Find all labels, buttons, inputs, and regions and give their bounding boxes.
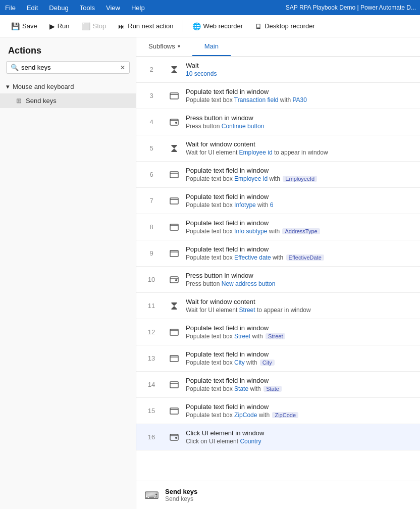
- row-desc: Populate text box Transaction field with…: [186, 96, 416, 104]
- sidebar: Actions 🔍 ✕ ▾ Mouse and keyboard ⊞ Send …: [0, 37, 136, 509]
- svg-rect-13: [172, 145, 177, 146]
- menu-tools[interactable]: Tools: [79, 2, 96, 14]
- window-icon: [167, 92, 182, 99]
- toolbar-sep-1: [183, 20, 183, 32]
- row-number: 3: [136, 92, 167, 99]
- row-content: Populate text field in windowPopulate te…: [182, 218, 420, 236]
- tab-subflows[interactable]: Subflows ▾: [136, 37, 192, 56]
- run-icon: ▶: [49, 22, 55, 30]
- send-keys-panel-icon: ⌨: [144, 489, 159, 501]
- tab-main[interactable]: Main: [192, 37, 231, 56]
- row-content: Wait 10 seconds: [182, 61, 420, 78]
- svg-rect-27: [170, 250, 178, 257]
- menu-debug[interactable]: Debug: [48, 2, 69, 14]
- stop-button[interactable]: ⬜ Stop: [77, 20, 112, 33]
- window-icon: [167, 250, 182, 257]
- save-icon: 💾: [11, 22, 20, 30]
- row-desc: Populate text box Street with Street: [186, 333, 416, 340]
- svg-marker-16: [172, 148, 177, 151]
- table-row[interactable]: 12Populate text field in windowPopulate …: [136, 319, 420, 345]
- row-number: 6: [136, 171, 167, 178]
- hourglass-icon: [167, 65, 182, 74]
- table-row[interactable]: 7Populate text field in windowPopulate t…: [136, 188, 420, 214]
- sidebar-item-send-keys[interactable]: ⊞ Send keys: [0, 93, 136, 108]
- category-mouse-keyboard[interactable]: ▾ Mouse and keyboard: [0, 80, 136, 93]
- row-desc: Press button Continue button: [186, 123, 416, 130]
- row-title: Populate text field in window: [186, 377, 416, 384]
- table-row[interactable]: 8Populate text field in windowPopulate t…: [136, 214, 420, 240]
- tabs-bar: Subflows ▾ Main: [136, 37, 420, 57]
- save-button[interactable]: 💾 Save: [6, 20, 42, 33]
- stop-icon: ⬜: [82, 22, 90, 30]
- row-title: Populate text field in window: [186, 350, 416, 358]
- row-desc: 10 seconds: [186, 70, 416, 77]
- svg-rect-14: [172, 151, 177, 152]
- table-row[interactable]: 6Populate text field in windowPopulate t…: [136, 162, 420, 188]
- svg-rect-25: [170, 224, 178, 230]
- table-row[interactable]: 5Wait for window contentWait for UI elem…: [136, 135, 420, 162]
- table-row[interactable]: 2Wait 10 seconds: [136, 57, 420, 83]
- menu-bar: File Edit Debug Tools View Help SAP RPA …: [0, 0, 420, 15]
- window-icon: [167, 355, 182, 362]
- web-recorder-button[interactable]: 🌐 Web recorder: [187, 20, 248, 33]
- table-row[interactable]: 4Press button in windowPress button Cont…: [136, 109, 420, 135]
- row-title: Populate text field in window: [186, 88, 416, 95]
- bottom-panel-subtitle: Send keys: [165, 495, 197, 502]
- window-icon: [167, 381, 182, 388]
- row-desc: Wait for UI element Street to appear in …: [186, 307, 416, 314]
- table-row[interactable]: 15Populate text field in windowPopulate …: [136, 398, 420, 424]
- menu-view[interactable]: View: [105, 2, 121, 14]
- svg-rect-1: [172, 72, 177, 73]
- table-row[interactable]: 10Press button in windowPress button New…: [136, 267, 420, 293]
- table-row[interactable]: 11Wait for window contentWait for UI ele…: [136, 293, 420, 319]
- search-box[interactable]: 🔍 ✕: [6, 61, 130, 74]
- desktop-recorder-icon: 🖥: [255, 22, 262, 30]
- row-content: Press button in windowPress button Conti…: [182, 113, 420, 131]
- bottom-panel-title: Send keys: [165, 488, 197, 495]
- press-button-icon: [167, 276, 182, 283]
- row-number: 5: [136, 144, 167, 152]
- desktop-recorder-button[interactable]: 🖥 Desktop recorder: [250, 20, 320, 33]
- row-title: Click UI element in window: [186, 429, 416, 437]
- row-title: Populate text field in window: [186, 245, 416, 253]
- run-next-button[interactable]: ⏭ Run next action: [113, 20, 178, 33]
- clear-icon[interactable]: ✕: [120, 64, 125, 71]
- row-title: Populate text field in window: [186, 167, 416, 174]
- svg-rect-32: [172, 302, 177, 303]
- sidebar-title: Actions: [0, 37, 136, 61]
- table-row[interactable]: 13Populate text field in windowPopulate …: [136, 345, 420, 372]
- svg-rect-23: [170, 198, 178, 204]
- row-number: 13: [136, 354, 167, 362]
- row-number: 2: [136, 66, 167, 73]
- menu-file[interactable]: File: [4, 2, 17, 14]
- row-desc: Populate text box State with State: [186, 385, 416, 392]
- content-area: Subflows ▾ Main 2Wait 10 seconds3Populat…: [136, 37, 420, 509]
- row-title: Wait: [186, 62, 416, 69]
- run-button[interactable]: ▶ Run: [44, 20, 75, 33]
- row-desc: Press button New address button: [186, 280, 416, 287]
- search-input[interactable]: [21, 64, 120, 71]
- category-label: Mouse and keyboard: [13, 83, 74, 90]
- row-content: Populate text field in windowPopulate te…: [182, 376, 420, 393]
- row-title: Populate text field in window: [186, 403, 416, 411]
- row-content: Populate text field in windowPopulate te…: [182, 166, 420, 183]
- row-title: Populate text field in window: [186, 193, 416, 200]
- row-content: Wait for window contentWait for UI eleme…: [182, 297, 420, 315]
- table-row[interactable]: 3Populate text field in windowPopulate t…: [136, 83, 420, 109]
- menu-edit[interactable]: Edit: [26, 2, 39, 14]
- table-row[interactable]: 16Click UI element in windowClick on UI …: [136, 424, 420, 450]
- tab-main-label: Main: [204, 42, 219, 50]
- row-number: 12: [136, 328, 167, 336]
- svg-rect-33: [172, 309, 177, 310]
- chevron-down-icon: ▾: [6, 83, 10, 90]
- table-row[interactable]: 14Populate text field in windowPopulate …: [136, 372, 420, 398]
- table-row[interactable]: 9Populate text field in windowPopulate t…: [136, 240, 420, 267]
- row-title: Press button in window: [186, 272, 416, 279]
- row-content: Populate text field in windowPopulate te…: [182, 349, 420, 367]
- menu-help[interactable]: Help: [130, 2, 146, 14]
- row-desc: Populate text box Employee id with Emplo…: [186, 175, 416, 182]
- svg-rect-44: [170, 382, 178, 388]
- tab-subflows-label: Subflows: [148, 42, 175, 50]
- row-number: 9: [136, 249, 167, 257]
- svg-rect-40: [170, 329, 178, 335]
